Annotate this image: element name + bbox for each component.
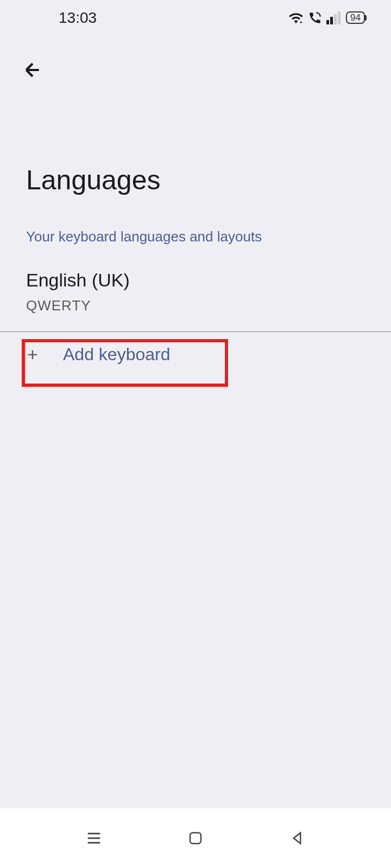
svg-rect-8 bbox=[190, 833, 201, 844]
battery-icon: 94 bbox=[346, 11, 365, 24]
triangle-left-icon bbox=[289, 830, 305, 846]
arrow-left-icon bbox=[22, 59, 43, 81]
status-bar: 13:03 94 bbox=[0, 0, 391, 35]
nav-bar bbox=[0, 808, 391, 868]
wifi-icon bbox=[288, 10, 304, 25]
status-time: 13:03 bbox=[59, 9, 97, 27]
battery-percent: 94 bbox=[350, 12, 361, 23]
content: Languages Your keyboard languages and la… bbox=[0, 94, 391, 808]
signal-icon bbox=[326, 11, 342, 24]
home-button[interactable] bbox=[179, 822, 212, 854]
section-header: Your keyboard languages and layouts bbox=[0, 218, 391, 261]
square-icon bbox=[187, 830, 204, 846]
page-title: Languages bbox=[0, 94, 391, 218]
language-item[interactable]: English (UK) QWERTY bbox=[0, 261, 391, 331]
svg-marker-0 bbox=[300, 21, 302, 23]
recents-button[interactable] bbox=[78, 822, 110, 854]
svg-rect-4 bbox=[338, 11, 340, 24]
svg-rect-2 bbox=[330, 17, 333, 24]
status-icons: 94 bbox=[288, 10, 365, 25]
language-layout: QWERTY bbox=[26, 297, 365, 314]
plus-icon: + bbox=[26, 344, 39, 365]
language-name: English (UK) bbox=[26, 270, 365, 291]
add-keyboard-label: Add keyboard bbox=[63, 344, 170, 365]
app-bar bbox=[0, 35, 391, 94]
call-icon bbox=[308, 11, 322, 25]
back-nav-button[interactable] bbox=[281, 822, 313, 854]
menu-icon bbox=[85, 829, 103, 847]
add-keyboard-button[interactable]: + Add keyboard bbox=[0, 332, 391, 377]
svg-rect-3 bbox=[334, 14, 337, 24]
svg-rect-1 bbox=[326, 20, 329, 24]
back-button[interactable] bbox=[20, 57, 46, 83]
